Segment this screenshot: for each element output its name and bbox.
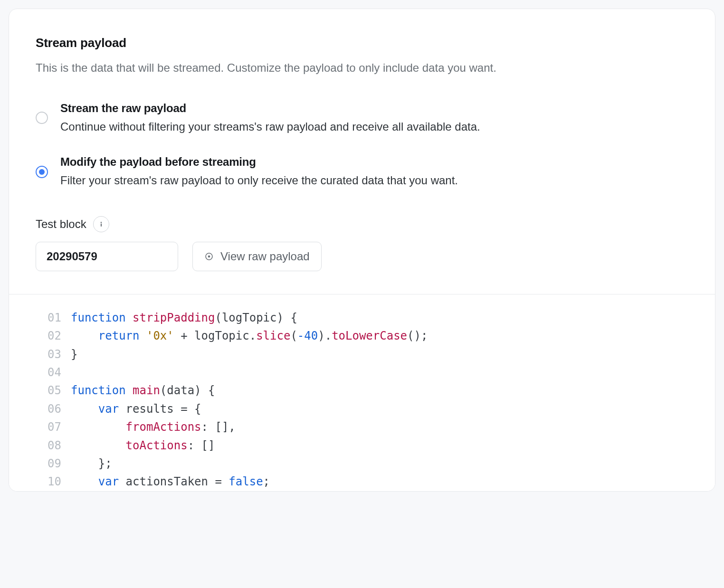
radio-modify-payload[interactable] [36,166,48,178]
radio-stream-raw[interactable] [36,112,48,124]
line-number: 08 [39,436,61,455]
line-number: 09 [39,455,61,473]
code-line: 05function main(data) { [9,381,715,399]
option-modify-payload-title: Modify the payload before streaming [60,155,458,169]
code-editor[interactable]: 01function stripPadding(logTopic) {02 re… [9,294,715,491]
svg-point-3 [208,255,210,257]
option-stream-raw[interactable]: Stream the raw payload Continue without … [36,102,688,135]
code-line: 08 toActions: [] [9,436,715,455]
option-stream-raw-desc: Continue without filtering your streams'… [60,119,480,135]
section-subtitle: This is the data that will be streamed. … [36,60,688,76]
code-content: function stripPadding(logTopic) { [71,309,297,327]
code-content: fromActions: [], [71,418,236,436]
code-content: } [71,345,77,363]
code-line: 07 fromActions: [], [9,418,715,436]
view-raw-payload-label: View raw payload [220,250,310,263]
line-number: 10 [39,473,61,491]
section-title: Stream payload [36,36,688,50]
info-icon[interactable] [93,216,109,232]
payload-options: Stream the raw payload Continue without … [36,102,688,189]
option-modify-payload[interactable]: Modify the payload before streaming Filt… [36,155,688,189]
code-content: return '0x' + logTopic.slice(-40).toLowe… [71,327,428,345]
line-number: 02 [39,327,61,345]
test-block-label: Test block [36,218,86,231]
line-number: 01 [39,309,61,327]
code-content: var actionsTaken = false; [71,473,270,491]
test-block-input[interactable] [36,242,178,271]
line-number: 07 [39,418,61,436]
code-line: 02 return '0x' + logTopic.slice(-40).toL… [9,327,715,345]
code-content: toActions: [] [71,436,215,455]
code-line: 09 }; [9,455,715,473]
code-line: 01function stripPadding(logTopic) { [9,309,715,327]
code-line: 04 [9,363,715,381]
option-stream-raw-title: Stream the raw payload [60,102,480,115]
svg-rect-1 [101,223,102,227]
line-number: 05 [39,381,61,399]
line-number: 04 [39,363,61,381]
code-line: 10 var actionsTaken = false; [9,473,715,491]
code-line: 06 var results = { [9,400,715,418]
code-content: function main(data) { [71,381,215,399]
line-number: 06 [39,400,61,418]
view-raw-payload-button[interactable]: View raw payload [192,242,322,271]
stream-payload-card: Stream payload This is the data that wil… [9,9,715,492]
code-content: }; [71,455,112,473]
code-line: 03} [9,345,715,363]
option-modify-payload-desc: Filter your stream's raw payload to only… [60,172,458,189]
svg-point-0 [100,222,102,223]
code-content: var results = { [71,400,201,418]
line-number: 03 [39,345,61,363]
eye-target-icon [204,252,214,261]
